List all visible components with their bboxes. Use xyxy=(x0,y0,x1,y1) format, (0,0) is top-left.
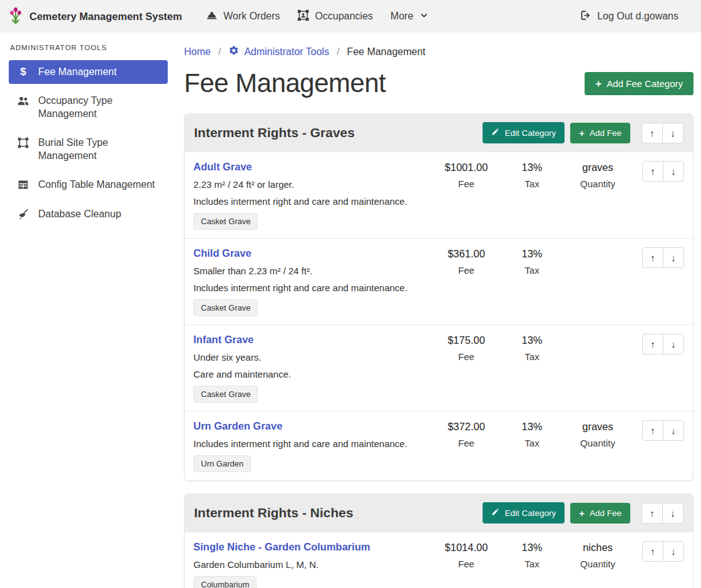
sidebar-item-database-cleanup[interactable]: Database Cleanup xyxy=(9,202,168,226)
sidebar-item-config-table-management[interactable]: Config Table Management xyxy=(9,173,168,197)
breadcrumb-current: Fee Management xyxy=(347,46,425,58)
sidebar-item-burial-site-type-management[interactable]: Burial Site Type Management xyxy=(9,131,168,168)
fee-name-link[interactable]: Adult Grave xyxy=(193,161,252,173)
occupancy-frame-icon xyxy=(297,9,309,24)
fee-amount-cell: $175.00 Fee xyxy=(432,334,501,362)
nav-links: Work Orders Occupancies More xyxy=(197,4,437,29)
fee-row: Child Grave Smaller than 2.23 m² / 24 ft… xyxy=(185,238,693,324)
broom-icon xyxy=(16,208,30,220)
category-header: Interment Rights - Niches Edit Category … xyxy=(185,494,693,532)
gear-icon xyxy=(228,45,239,58)
pencil-icon xyxy=(491,128,499,138)
category-header: Interment Rights - Graves Edit Category … xyxy=(185,114,693,152)
table-icon xyxy=(16,178,30,190)
breadcrumb-separator: / xyxy=(337,46,339,58)
breadcrumb-separator: / xyxy=(218,46,221,58)
fee-name-link[interactable]: Urn Garden Grave xyxy=(193,420,282,432)
fee-description: Includes interment right and care and ma… xyxy=(193,282,432,293)
fee-description: Care and maintenance. xyxy=(193,369,432,379)
move-fee-up-button[interactable]: ↑ xyxy=(642,420,663,441)
sidebar-item-occupancy-type-management[interactable]: Occupancy Type Management xyxy=(9,89,168,126)
tulip-logo-icon xyxy=(8,6,24,27)
move-fee-down-button[interactable]: ↓ xyxy=(663,334,684,354)
move-category-down-button[interactable]: ↓ xyxy=(662,503,683,524)
app-title: Cemetery Management System xyxy=(29,11,182,23)
fee-quantity-cell: graves Quantity xyxy=(563,420,632,448)
pencil-icon xyxy=(491,508,499,518)
fee-description: Under six years. xyxy=(193,352,432,363)
category-card-graves: Interment Rights - Graves Edit Category … xyxy=(184,113,693,481)
fee-tax-cell: 13% Tax xyxy=(501,334,563,362)
move-fee-up-button[interactable]: ↑ xyxy=(642,247,663,268)
fee-row: Urn Garden Grave Includes interment righ… xyxy=(185,411,693,480)
fee-tag-chip: Casket Grave xyxy=(193,386,258,403)
main-content: Home / Administrator Tools / Fee Managem… xyxy=(175,33,701,588)
move-fee-up-button[interactable]: ↑ xyxy=(642,541,663,562)
sidebar-heading: ADMINISTRATOR TOOLS xyxy=(10,44,168,51)
nav-right: Log Out d.gowans xyxy=(571,4,687,29)
nav-occupancies[interactable]: Occupancies xyxy=(289,4,382,29)
plus-icon: + xyxy=(595,78,601,89)
fee-name-link[interactable]: Infant Grave xyxy=(193,334,253,346)
breadcrumb-home[interactable]: Home xyxy=(184,46,211,58)
fee-quantity-cell: Quantity xyxy=(563,247,632,248)
plus-icon: + xyxy=(579,508,585,518)
fee-tag-chip: Columbarium xyxy=(193,576,257,588)
add-fee-button[interactable]: + Add Fee xyxy=(570,503,630,524)
plus-icon: + xyxy=(579,128,585,138)
fee-row: Infant Grave Under six years. Care and m… xyxy=(185,324,693,411)
chevron-down-icon xyxy=(420,11,428,22)
fee-amount-cell: $372.00 Fee xyxy=(432,420,501,448)
move-fee-down-button[interactable]: ↓ xyxy=(663,161,684,182)
fee-quantity-cell: Quantity xyxy=(563,334,632,334)
fee-description: Includes interment right and care and ma… xyxy=(193,438,432,449)
fee-name-link[interactable]: Single Niche - Garden Columbarium xyxy=(193,541,370,553)
move-category-up-button[interactable]: ↑ xyxy=(642,503,663,524)
fee-name-link[interactable]: Child Grave xyxy=(193,247,252,259)
sidebar: ADMINISTRATOR TOOLS $ Fee Management Occ… xyxy=(0,33,175,231)
move-fee-down-button[interactable]: ↓ xyxy=(663,420,684,441)
move-fee-up-button[interactable]: ↑ xyxy=(642,161,663,182)
sidebar-item-fee-management[interactable]: $ Fee Management xyxy=(9,60,168,84)
fee-description: Garden Columbarium L, M, N. xyxy=(193,559,432,570)
fee-tax-cell: 13% Tax xyxy=(501,161,563,189)
fee-tax-cell: 13% Tax xyxy=(501,420,563,448)
move-category-up-button[interactable]: ↑ xyxy=(642,123,663,143)
nav-work-orders[interactable]: Work Orders xyxy=(197,4,289,29)
fee-amount-cell: $1014.00 Fee xyxy=(432,541,501,569)
fee-tag-chip: Urn Garden xyxy=(193,455,251,472)
hard-hat-icon xyxy=(206,9,218,24)
category-title: Interment Rights - Niches xyxy=(194,505,353,520)
fee-description: Smaller than 2.23 m² / 24 ft². xyxy=(193,266,432,276)
vector-square-icon xyxy=(16,137,30,148)
breadcrumb-admin-tools[interactable]: Administrator Tools xyxy=(228,45,329,58)
fee-tax-cell: 13% Tax xyxy=(501,247,563,276)
logout-link[interactable]: Log Out d.gowans xyxy=(571,4,687,29)
add-fee-button[interactable]: + Add Fee xyxy=(570,123,630,143)
move-fee-down-button[interactable]: ↓ xyxy=(663,247,684,268)
move-fee-up-button[interactable]: ↑ xyxy=(642,334,663,354)
top-navbar: Cemetery Management System Work Orders xyxy=(0,0,701,33)
fee-tag-chip: Casket Grave xyxy=(193,213,258,230)
fee-description: 2.23 m² / 24 ft² or larger. xyxy=(193,179,432,190)
category-card-niches: Interment Rights - Niches Edit Category … xyxy=(184,493,693,588)
edit-category-button[interactable]: Edit Category xyxy=(483,502,565,524)
add-fee-category-button[interactable]: + Add Fee Category xyxy=(585,72,693,95)
logout-icon xyxy=(580,9,591,24)
fee-tag-chip: Casket Grave xyxy=(193,299,258,316)
move-fee-down-button[interactable]: ↓ xyxy=(663,541,684,562)
move-category-down-button[interactable]: ↓ xyxy=(662,123,683,143)
fee-row: Single Niche - Garden Columbarium Garden… xyxy=(185,532,693,588)
fee-quantity-cell: graves Quantity xyxy=(563,161,632,189)
fee-amount-cell: $361.00 Fee xyxy=(432,247,501,276)
edit-category-button[interactable]: Edit Category xyxy=(483,122,565,143)
page-title: Fee Management xyxy=(184,68,386,98)
dollar-icon: $ xyxy=(16,66,30,77)
app-brand[interactable]: Cemetery Management System xyxy=(8,6,182,27)
fee-row: Adult Grave 2.23 m² / 24 ft² or larger. … xyxy=(185,152,693,238)
fee-amount-cell: $1001.00 Fee xyxy=(432,161,501,189)
fee-description: Includes interment right and care and ma… xyxy=(193,196,432,207)
breadcrumb: Home / Administrator Tools / Fee Managem… xyxy=(184,45,695,58)
fee-tax-cell: 13% Tax xyxy=(501,541,563,569)
nav-more[interactable]: More xyxy=(382,6,437,27)
